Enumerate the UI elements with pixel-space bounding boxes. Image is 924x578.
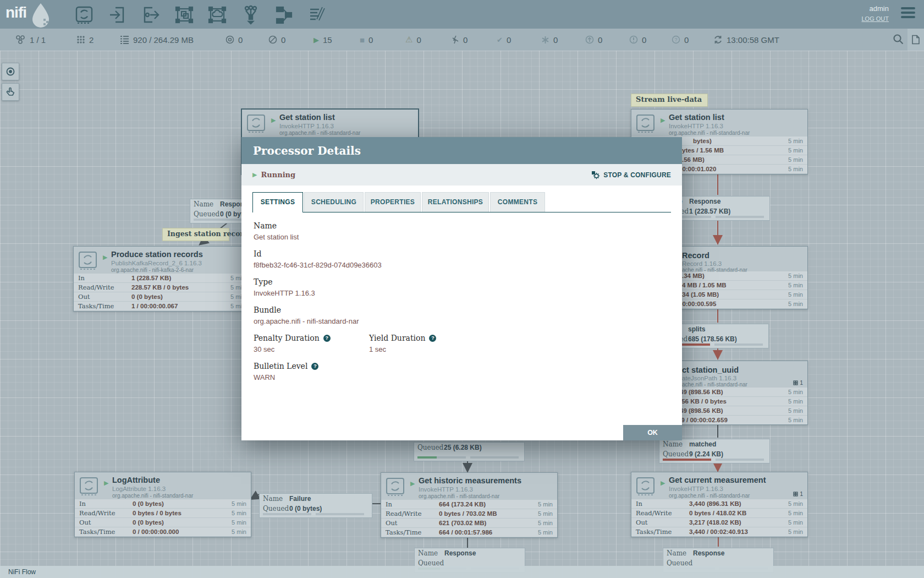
processor-stamp-icon: [386, 477, 405, 499]
processor-type-value: InvokeHTTP 1.16.3: [254, 289, 670, 297]
processor-bundle: org.apache.nifi - nifi-kafka-2-6-nar: [111, 267, 194, 273]
processor-stamp-icon: [636, 113, 655, 136]
processor-name: ct station_uuid: [682, 366, 739, 374]
navigate-palette-button[interactable]: [2, 63, 19, 80]
nifi-drop-icon: [29, 2, 53, 30]
birdseye-toggle-button[interactable]: [908, 29, 924, 51]
processor-id-value: f8fbeb32-fc46-31cf-829d-074d09e36603: [254, 261, 670, 269]
processor-produce-station-records[interactable]: ▶ Produce station records PublishKafkaRe…: [73, 246, 250, 312]
processor-log-attribute[interactable]: ▶ LogAttribute LogAttribute 1.16.3 org.a…: [74, 472, 251, 537]
running-icon: ▶: [252, 171, 257, 178]
queue-size-bar: [316, 513, 364, 515]
threads-icon: [76, 35, 85, 44]
tab-comments[interactable]: COMMENTS: [490, 192, 545, 212]
flow-label-stream-live-data[interactable]: Stream live-data: [631, 94, 708, 107]
logout-link[interactable]: LOG OUT: [861, 15, 889, 22]
label-icon[interactable]: [308, 5, 327, 25]
not-transmitting-status: 0: [268, 29, 285, 51]
running-icon: ▶: [271, 117, 276, 124]
process-group-icon[interactable]: [175, 5, 194, 25]
processor-bundle: org.apache.nifi - nifi-standard-nar: [669, 493, 750, 499]
processor-stamp-icon: [246, 113, 266, 136]
processor-name-value: Get station list: [254, 233, 670, 241]
stop-configure-icon: [591, 171, 600, 179]
processor-bundle: org.apache.nifi - nifi-standard-nar: [669, 130, 750, 136]
check-icon: ✔: [497, 36, 503, 44]
field-yield-duration: Yield Duration 1 sec: [369, 334, 485, 353]
stop-configure-button[interactable]: STOP & CONFIGURE: [591, 171, 671, 179]
queue-size-bar: [716, 459, 764, 461]
processor-type: InvokeHTTP 1.16.3: [279, 123, 334, 129]
invalid-status: ⚠ 0: [405, 29, 421, 51]
processor-type: LogAttribute 1.16.3: [112, 486, 166, 492]
penalty-duration-value: 30 sec: [254, 345, 369, 353]
help-icon: [429, 335, 436, 342]
help-icon: [323, 335, 331, 342]
global-menu-icon[interactable]: [901, 7, 915, 20]
arrow-up-circle-icon: [585, 35, 594, 44]
template-icon[interactable]: [274, 5, 293, 25]
disabled-status: 0: [452, 29, 468, 51]
flow-label-ingest-station-records[interactable]: Ingest station records: [162, 228, 229, 241]
nifi-logo: nifi: [6, 4, 26, 21]
queued-icon: [120, 35, 129, 44]
cluster-icon: [15, 35, 26, 45]
grid-icon: [793, 380, 798, 385]
processor-name: Record: [682, 251, 710, 260]
navigate-icon: [6, 67, 15, 77]
bulletin-level-value: WARN: [254, 373, 670, 381]
connection-label-queued-25[interactable]: Queued25 (6.28 KB): [414, 442, 525, 461]
up-to-date-status: ✔ 0: [497, 29, 511, 51]
remote-process-group-icon[interactable]: [208, 5, 227, 25]
processor-name: Get current measurement: [669, 476, 766, 484]
running-icon: ▶: [314, 36, 319, 44]
processor-type: InvokeHTTP 1.16.3: [419, 486, 473, 493]
processor-icon[interactable]: [75, 5, 94, 25]
processor-get-current-measurement[interactable]: ▶ Get current measurement InvokeHTTP 1.1…: [631, 472, 808, 537]
yield-duration-value: 1 sec: [369, 345, 485, 353]
tab-properties[interactable]: PROPERTIES: [365, 192, 421, 212]
app-header: nifi admin LOG OUT: [0, 0, 924, 29]
warning-icon: ⚠: [405, 35, 413, 45]
output-port-icon[interactable]: [141, 5, 160, 25]
processor-bundle: org.apache.nifi - nifi-standard-nar: [279, 130, 360, 136]
breadcrumb[interactable]: NiFi Flow: [8, 568, 36, 576]
tab-relationships[interactable]: RELATIONSHIPS: [422, 192, 489, 212]
refresh-status[interactable]: 13:00:58 GMT: [713, 29, 779, 51]
processor-details-dialog: Processor Details ▶ Running STOP & CONFI…: [241, 137, 682, 440]
asterisk-icon: [541, 36, 549, 44]
processor-name: Get station list: [279, 113, 335, 122]
status-bar: 1 / 1 2 920 / 264.29 MB 0 0 ▶ 15 ■ 0 ⚠ 0: [0, 29, 924, 51]
field-id: Id f8fbeb32-fc46-31cf-829d-074d09e36603: [254, 249, 670, 269]
tasks-badge: 1: [793, 379, 803, 386]
running-icon: ▶: [661, 479, 665, 487]
field-name: Name Get station list: [254, 221, 670, 241]
dialog-tabs: SETTINGS SCHEDULING PROPERTIES RELATIONS…: [252, 192, 671, 212]
search-icon[interactable]: [892, 33, 904, 47]
operate-palette-button[interactable]: [2, 83, 19, 101]
ok-button[interactable]: OK: [623, 425, 682, 440]
input-port-icon[interactable]: [108, 5, 127, 25]
tab-settings[interactable]: SETTINGS: [252, 192, 303, 212]
dialog-title: Processor Details: [241, 144, 361, 157]
document-icon: [911, 35, 920, 45]
question-circle-icon: ?: [672, 35, 680, 44]
run-status: ▶ Running: [252, 171, 295, 179]
running-status: ▶ 15: [314, 29, 332, 51]
funnel-icon[interactable]: [241, 5, 260, 25]
queue-count-bar: [663, 459, 711, 461]
processor-bundle: org.apache.nifi - nifi-standard-nar: [112, 493, 193, 499]
not-transmitting-icon: [268, 35, 277, 44]
processor-type: PublishKafkaRecord_2_6 1.16.3: [111, 260, 202, 266]
tab-scheduling[interactable]: SCHEDULING: [304, 192, 364, 212]
grid-icon: [793, 492, 798, 497]
processor-get-historic-measurements[interactable]: ▶ Get historic measurements InvokeHTTP 1…: [381, 472, 558, 538]
refresh-icon: [713, 35, 723, 44]
connection-label-matched[interactable]: Namematched Queued9 (2.24 KB): [659, 439, 770, 464]
field-type: Type InvokeHTTP 1.16.3: [254, 277, 670, 297]
queue-count-bar: [417, 456, 466, 459]
field-penalty-duration: Penalty Duration 30 sec: [254, 334, 369, 353]
locally-modified-stale-status: 0: [629, 29, 646, 51]
help-icon: [311, 363, 318, 370]
connection-label-failure[interactable]: NameFailure Queued0 (0 bytes): [259, 493, 372, 518]
